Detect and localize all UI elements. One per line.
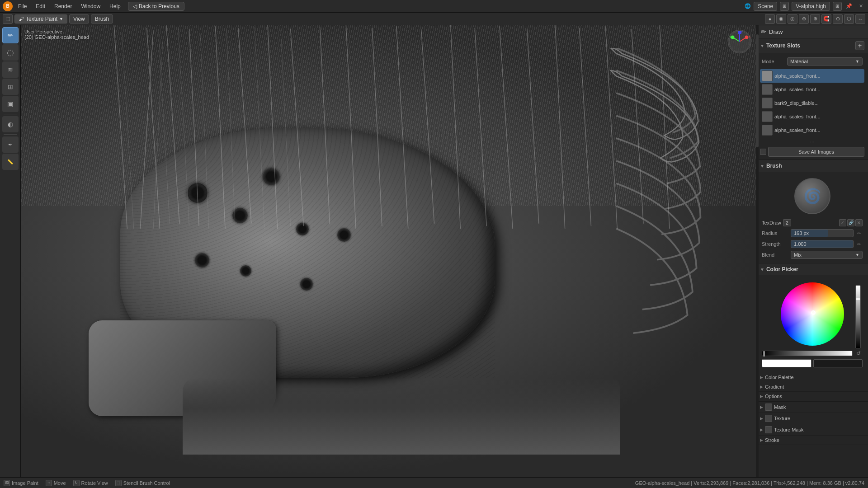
pin-icon[interactable]: 📌 — [844, 2, 854, 11]
slot-name-0: alpha_scales_front... — [774, 73, 821, 79]
blend-value-dropdown[interactable]: Mix ▼ — [791, 251, 863, 259]
viewport-sync-icon[interactable]: ↔ — [855, 14, 865, 24]
texdraw-link-icon[interactable]: 🔗 — [847, 219, 854, 226]
color-wheel[interactable] — [781, 282, 844, 346]
back-arrow-icon: ◁ — [133, 3, 137, 9]
fill-tool-button[interactable]: ▣ — [2, 96, 19, 112]
texture-item[interactable]: ▶ Texture — [756, 413, 868, 424]
back-button[interactable]: ◁ Back to Previous — [128, 2, 184, 11]
color-swatch-foreground[interactable] — [762, 359, 811, 367]
color-brightness-vertical-slider[interactable] — [855, 285, 861, 348]
viewport-overlay-icon[interactable]: ⊛ — [799, 14, 809, 24]
viewport-gizmo-icon[interactable]: ⊕ — [810, 14, 820, 24]
save-all-button[interactable]: Save All Images — [768, 147, 864, 157]
mode-value-dropdown[interactable]: Material ▼ — [787, 57, 863, 66]
menu-help[interactable]: Help — [106, 2, 124, 10]
status-move: ↔ Move — [46, 480, 66, 486]
color-picker-header[interactable]: ▼ Color Picker — [756, 263, 868, 275]
soften-tool-button[interactable]: ◌ — [2, 44, 19, 61]
symmetry-icon[interactable]: ⬡ — [844, 14, 854, 24]
slot-item-4[interactable]: alpha_scales_front... — [760, 123, 864, 137]
mask-tool-button[interactable]: ◐ — [2, 116, 19, 132]
stroke-item[interactable]: ▶ Stroke — [756, 436, 868, 445]
slot-item-1[interactable]: alpha_scales_front... — [760, 83, 864, 96]
menu-window[interactable]: Window — [77, 2, 104, 10]
texture-slots-header[interactable]: ▼ Texture Slots + — [756, 38, 868, 53]
texture-slots-content: Mode Material ▼ alpha_scales_front... al… — [756, 53, 868, 160]
measure-tool-button[interactable]: 📏 — [2, 154, 19, 170]
viewport[interactable]: User Perspective (20) GEO-alpha-scales_h… — [21, 25, 756, 477]
panel-scrollbar-track[interactable] — [756, 25, 759, 477]
mask-item[interactable]: ▶ Mask — [756, 402, 868, 413]
color-swatch-background[interactable] — [813, 359, 863, 367]
viewport-shading-rendered-icon[interactable]: ◎ — [788, 14, 797, 24]
slot-item-0[interactable]: alpha_scales_front... — [760, 69, 864, 83]
menu-edit[interactable]: Edit — [32, 2, 49, 10]
stroke-arrow: ▶ — [760, 438, 763, 442]
slot-thumb-4 — [762, 125, 773, 136]
snapping-icon[interactable]: 🧲 — [821, 14, 831, 24]
object-label[interactable]: V-alpha.high — [792, 2, 830, 11]
radius-value[interactable]: 163 px — [791, 229, 854, 237]
brush-preview[interactable]: 🌀 — [794, 178, 830, 214]
options-arrow: ▶ — [760, 394, 763, 399]
close-icon[interactable]: ✕ — [856, 2, 865, 11]
object-options-icon[interactable]: ⊞ — [833, 2, 842, 11]
texdraw-row: TexDraw 2 ✓ 🔗 ✕ — [760, 218, 864, 228]
panel-scrollbar-thumb[interactable] — [756, 34, 759, 147]
draw-tool-button[interactable]: ✏ — [2, 27, 19, 43]
proportional-edit-icon[interactable]: ⊙ — [833, 14, 843, 24]
left-tool-panel: ✏ ◌ ≋ ⊞ ▣ ◐ ✒ 📏 — [0, 25, 21, 477]
brightness-slider[interactable] — [762, 351, 853, 356]
gradient-item[interactable]: ▶ Gradient — [756, 382, 868, 392]
brush-menu-button[interactable]: Brush — [91, 14, 113, 23]
color-picker-content: ↺ — [756, 275, 868, 373]
stencil-label: Stencil Brush Control — [123, 480, 170, 486]
clone-tool-button[interactable]: ⊞ — [2, 79, 19, 95]
mode-dropdown-arrow: ▼ — [855, 59, 859, 64]
axis-widget[interactable]: X Y Z — [728, 30, 751, 53]
brightness-thumb — [763, 351, 765, 357]
mode-dropdown-icon: ▼ — [59, 17, 63, 21]
scene-label[interactable]: Scene — [754, 2, 777, 11]
strength-value[interactable]: 1.000 — [791, 240, 854, 248]
texture-label: Texture — [774, 416, 790, 421]
add-slot-button[interactable]: + — [855, 41, 864, 50]
slot-thumb-1 — [762, 84, 773, 95]
menu-render[interactable]: Render — [51, 2, 75, 10]
options-item[interactable]: ▶ Options — [756, 392, 868, 401]
texture-paint-mode-button[interactable]: 🖌 Texture Paint ▼ — [14, 14, 67, 23]
texdraw-icons: ✓ 🔗 ✕ — [839, 219, 863, 226]
viewport-shading-solid-icon[interactable]: ● — [765, 14, 775, 24]
slot-item-3[interactable]: alpha_scales_front... — [760, 110, 864, 123]
texdraw-check-icon[interactable]: ✓ — [839, 219, 846, 226]
radius-edit-icon[interactable]: ✏ — [855, 230, 863, 237]
viewport-shading-material-icon[interactable]: ◉ — [776, 14, 786, 24]
draw-icon: ✏ — [761, 28, 766, 35]
color-wheel-white-overlay — [781, 282, 844, 346]
view-menu-button[interactable]: View — [69, 14, 89, 23]
menu-file[interactable]: File — [14, 2, 30, 10]
draw-title-label: Draw — [769, 28, 783, 35]
smear-tool-button[interactable]: ≋ — [2, 61, 19, 78]
slot-name-1: alpha_scales_front... — [774, 87, 821, 92]
slot-name-2: bark9_disp_tilable... — [774, 100, 819, 106]
editor-type-icon[interactable]: ⬚ — [3, 14, 13, 24]
annotate-tool-button[interactable]: ✒ — [2, 136, 19, 153]
texdraw-close-icon[interactable]: ✕ — [855, 219, 863, 226]
color-wheel-container: ↺ — [760, 278, 864, 370]
scene-area: 🌐 Scene ⊞ V-alpha.high ⊞ 📌 ✕ — [745, 2, 865, 11]
status-info-text: GEO-alpha-scales_head | Verts:2,293,869 … — [635, 480, 864, 486]
color-palette-item[interactable]: ▶ Color Palette — [756, 373, 868, 382]
slot-item-2[interactable]: bark9_disp_tilable... — [760, 96, 864, 110]
status-image-paint: 🖼 Image Paint — [4, 480, 38, 486]
color-reset-icon[interactable]: ↺ — [854, 349, 863, 357]
brush-header[interactable]: ▼ Brush — [756, 160, 868, 172]
texdraw-number[interactable]: 2 — [783, 219, 791, 226]
gradient-arrow: ▶ — [760, 385, 763, 389]
scene-options-icon[interactable]: ⊞ — [780, 2, 789, 11]
axis-circle: X Y Z — [728, 30, 751, 53]
texture-mask-item[interactable]: ▶ Texture Mask — [756, 424, 868, 436]
save-checkbox[interactable] — [760, 149, 766, 155]
strength-edit-icon[interactable]: ✏ — [855, 240, 863, 248]
